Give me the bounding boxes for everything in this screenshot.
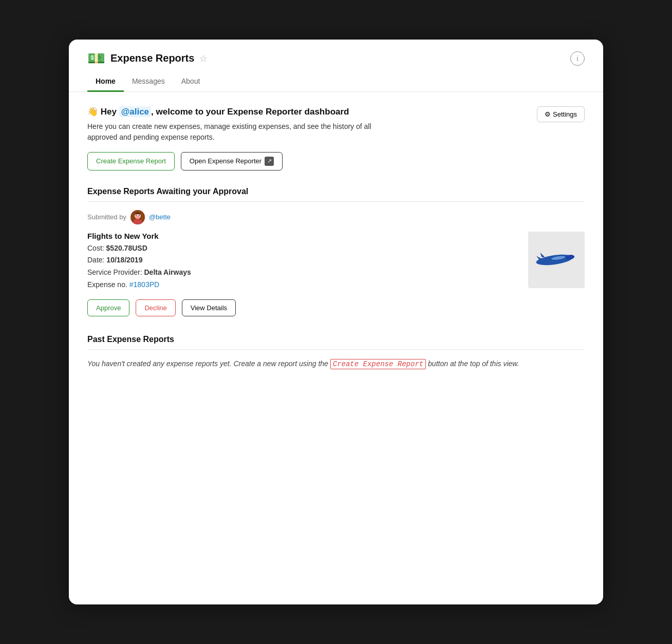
external-link-icon: ↗ [265,157,274,166]
past-section: Past Expense Reports You haven't created… [87,335,585,370]
expense-no-value: #1803PD [129,280,159,289]
star-icon[interactable]: ☆ [199,53,208,64]
expense-cost: Cost: $520.78USD [87,242,236,255]
avatar-image [130,210,145,224]
svg-point-3 [136,215,137,216]
date-value: 10/18/2019 [106,256,142,264]
cost-label: Cost: [87,244,106,252]
expense-image [528,232,585,288]
action-buttons: Create Expense Report Open Expense Repor… [87,152,396,171]
past-section-title: Past Expense Reports [87,335,585,350]
username-mention: @alice [119,106,151,117]
airplane-icon [533,242,580,278]
date-label: Date: [87,256,106,264]
open-btn-label: Open Expense Reporter [190,157,262,165]
decline-button[interactable]: Decline [136,299,175,316]
nav-tabs: Home Messages About [69,72,603,92]
tab-home[interactable]: Home [87,72,124,92]
expense-details: Flights to New York Cost: $520.78USD Dat… [87,232,236,316]
welcome-section: 👋 Hey @alice, welcome to your Expense Re… [87,106,585,171]
expense-number: Expense no. #1803PD [87,279,236,291]
create-expense-button[interactable]: Create Expense Report [87,152,175,171]
welcome-text: 👋 Hey @alice, welcome to your Expense Re… [87,106,396,171]
inline-create-link[interactable]: Create Expense Report [330,359,426,369]
expense-date: Date: 10/18/2019 [87,254,236,267]
settings-button[interactable]: ⚙ Settings [537,106,585,122]
submitted-by-label: Submitted by [87,213,126,221]
view-details-button[interactable]: View Details [182,299,236,316]
expense-actions: Approve Decline View Details [87,299,236,316]
empty-post: button at the top of this view. [426,359,519,368]
svg-marker-9 [540,252,545,257]
provider-value: Delta Airways [144,268,191,276]
tab-about[interactable]: About [173,72,209,92]
tab-messages[interactable]: Messages [124,72,173,92]
welcome-heading: 👋 Hey @alice, welcome to your Expense Re… [87,106,396,117]
provider-label: Service Provider: [87,268,144,276]
approval-section-title: Expense Reports Awaiting your Approval [87,187,585,202]
submitter-mention: @bette [149,213,171,221]
header-left: 💵 Expense Reports ☆ [87,50,208,67]
submitted-by-row: Submitted by @bette [87,210,585,224]
app-title: Expense Reports [110,52,194,64]
cost-value: $520.78USD [106,244,147,252]
submitter-avatar [130,210,145,224]
expense-no-label: Expense no. [87,280,129,289]
welcome-description: Here you can create new expenses, manage… [87,121,396,143]
empty-pre: You haven't created any expense reports … [87,359,330,368]
app-window: 💵 Expense Reports ☆ i Home Messages Abou… [69,40,603,604]
greeting-post: , welcome to your Expense Reporter dashb… [151,107,349,117]
expense-card: Flights to New York Cost: $520.78USD Dat… [87,232,585,316]
expense-provider: Service Provider: Delta Airways [87,267,236,279]
svg-point-4 [139,215,140,216]
approve-button[interactable]: Approve [87,299,129,316]
header: 💵 Expense Reports ☆ i [69,40,603,67]
approval-section: Expense Reports Awaiting your Approval S… [87,187,585,316]
info-icon[interactable]: i [570,51,585,66]
greeting-pre: Hey [101,107,119,117]
empty-state-text: You haven't created any expense reports … [87,358,585,370]
expense-title: Flights to New York [87,232,236,240]
wave-emoji: 👋 [87,107,98,117]
main-content: 👋 Hey @alice, welcome to your Expense Re… [69,92,603,403]
app-logo: 💵 [87,50,105,67]
open-expense-reporter-button[interactable]: Open Expense Reporter ↗ [181,152,283,171]
